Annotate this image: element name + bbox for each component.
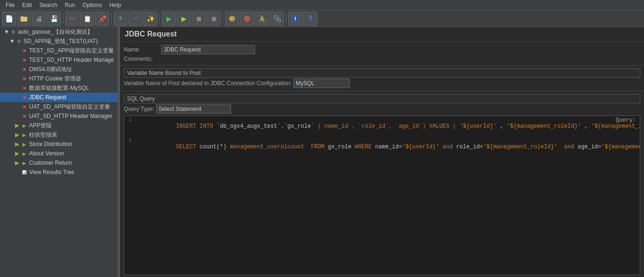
tree-icon-oms4: ✖ — [21, 66, 28, 73]
main-layout: ▼ ⚙ auto_gaoxue_【自动化测试】 ▼ ⚙ SD_APP端_登陆_T… — [0, 27, 644, 277]
expand-arrow-test-sd-http: ▶ — [15, 57, 21, 63]
expand-arrow-bar-chart: ▶ — [15, 131, 21, 138]
tree-item-uat-sd-app[interactable]: ▶ ✖ UAT_SD_APP端登陆自定义变量 — [0, 102, 118, 111]
tree-label-uat-sd-app: UAT_SD_APP端登陆自定义变量 — [29, 103, 110, 111]
line-num-2: 2 — [124, 138, 135, 143]
tree-icon-jdbc: ✖ — [21, 94, 28, 101]
toolbar-paste-btn[interactable]: 📌 — [95, 12, 109, 26]
comments-row: Comments: — [124, 56, 640, 62]
expand-arrow-oms4: ▶ — [15, 66, 21, 73]
tree-label-oms4: OMS4.0测试地址 — [29, 66, 72, 73]
tree-label-bar-chart: 柱状型报表 — [29, 131, 57, 139]
toolbar-sep2 — [111, 13, 112, 24]
tree-item-about-version[interactable]: ▶ ▶ About Version — [0, 149, 118, 158]
tree-item-http-cookie[interactable]: ▶ ✖ HTTP Cookie 管理器 — [0, 74, 118, 83]
query-type-input[interactable] — [156, 104, 231, 114]
menu-file[interactable]: File — [2, 1, 18, 9]
expand-arrow-customer-return: ▶ — [15, 160, 21, 166]
toolbar-add-btn[interactable]: + — [113, 12, 127, 26]
toolbar-magic-btn[interactable]: ✨ — [143, 12, 157, 26]
tree-icon-about-version: ▶ — [21, 150, 28, 157]
toolbar-clear2-btn[interactable] — [240, 12, 254, 26]
menu-options[interactable]: Options — [79, 1, 105, 9]
toolbar-template-btn[interactable]: 📎 — [270, 12, 284, 26]
code-editor[interactable]: Query: 1 INSERT INTO `db_ogx4_augx_test`… — [124, 116, 640, 275]
name-row: Name: — [124, 45, 640, 54]
tree-label-http-cookie: HTTP Cookie 管理器 — [29, 75, 81, 83]
toolbar-start-btn[interactable]: ▶ — [162, 12, 176, 26]
tree-icon-view-results: 📊 — [21, 168, 28, 176]
code-line-1: 1 INSERT INTO `db_ogx4_augx_test`.`gx_ro… — [124, 116, 640, 137]
menu-edit[interactable]: Edit — [18, 1, 36, 9]
toolbar-stop2-btn[interactable]: ⏹ — [207, 12, 221, 26]
tree-label-uat-sd-http: UAT_SD_HTTP Header Manager — [29, 113, 112, 119]
tree-item-db-config[interactable]: ▶ ✖ 数据库链接配置-MySQL — [0, 83, 118, 93]
tree-item-customer-return[interactable]: ▶ ▶ Customer Return — [0, 158, 118, 168]
toolbar-remote-btn[interactable]: 🚴 — [255, 12, 269, 26]
jdbc-title-bar: JDBC Request — [120, 27, 644, 42]
tree-item-root[interactable]: ▼ ⚙ auto_gaoxue_【自动化测试】 — [0, 27, 118, 36]
tree-item-test-sd-app[interactable]: ▶ ✖ TEST_SD_APP端登陆自定义变量 — [0, 46, 118, 55]
toolbar-sep1 — [63, 13, 63, 24]
svg-rect-1 — [21, 16, 23, 18]
sql-kw-and2: and — [557, 144, 577, 150]
tree-label-about-version: About Version — [29, 150, 64, 157]
tree-label-test-sd-http: TEST_SD_HTTP Header Manage — [29, 57, 114, 63]
tree-icon-uat-sd-http: ✖ — [21, 112, 28, 120]
toolbar-print-btn[interactable]: 🖨 — [32, 12, 46, 26]
toolbar: 📄 🖨 💾 ✂ 📋 📌 + − ✨ ▶ ▶ ⏹ ⏹ 🚴 🚴 📎 f ? — [0, 10, 644, 27]
tree-icon-test-sd-http: ✖ — [21, 56, 28, 64]
sql-var-mgmtid2: '${management_id_1}' — [601, 144, 640, 150]
var-pool-input[interactable] — [293, 79, 350, 88]
menu-run[interactable]: Run — [61, 1, 79, 9]
var-pool-section-header: Variable Name Bound to Pool — [124, 68, 640, 78]
tree-item-bar-chart[interactable]: ▶ ▶ 柱状型报表 — [0, 130, 118, 139]
tree-icon-root: ⚙ — [9, 28, 17, 36]
svg-text:🚴: 🚴 — [230, 16, 235, 22]
tree-icon-store-dist: ▶ — [21, 140, 28, 148]
toolbar-new-btn[interactable]: 📄 — [2, 12, 16, 26]
tree-item-test-sd-http[interactable]: ▶ ✖ TEST_SD_HTTP Header Manage — [0, 55, 118, 65]
name-label: Name: — [124, 46, 161, 53]
content-panel: JDBC Request Name: Comments: Variable Na… — [120, 27, 644, 277]
comments-label: Comments: — [124, 56, 152, 62]
sql-kw-where: WHERE — [355, 144, 375, 150]
toolbar-clear1-btn[interactable]: 🚴 — [225, 12, 239, 26]
tree-icon-http-cookie: ✖ — [21, 75, 28, 82]
svg-point-4 — [244, 16, 250, 22]
toolbar-open-btn[interactable] — [17, 12, 31, 26]
tree-item-jdbc-request[interactable]: ▶ ✖ JDBC Request — [0, 93, 118, 102]
form-area: Name: Comments: — [120, 42, 644, 66]
expand-arrow-uat-sd-http: ▶ — [15, 113, 21, 119]
toolbar-help-btn[interactable]: ? — [303, 12, 317, 26]
toolbar-start2-btn[interactable]: ▶ — [177, 12, 191, 26]
sql-var-roleid2: '${management_roleId}' — [483, 144, 557, 150]
tree-item-store-dist[interactable]: ▶ ▶ Store Distribution — [0, 139, 118, 149]
sql-role-id: role_id= — [456, 144, 483, 150]
tree-item-sd-app[interactable]: ▼ ⚙ SD_APP端_登陆_TEST(UAT) — [0, 36, 118, 46]
expand-arrow-about-version: ▶ — [15, 150, 21, 157]
expand-arrow-uat-sd-app: ▶ — [15, 103, 21, 110]
menu-search[interactable]: Search — [36, 1, 61, 9]
line-content-2: SELECT count(*) management_userolcount F… — [135, 137, 640, 157]
tree-item-view-results[interactable]: ▶ 📊 View Results Tree — [0, 168, 118, 177]
toolbar-copy-btn[interactable]: 📋 — [80, 12, 94, 26]
sql-count: count(*) — [200, 144, 227, 150]
toolbar-remove-btn[interactable]: − — [128, 12, 142, 26]
tree-icon-db-config: ✖ — [21, 84, 28, 92]
sql-name-id: name_id= — [375, 144, 402, 150]
tree-panel: ▼ ⚙ auto_gaoxue_【自动化测试】 ▼ ⚙ SD_APP端_登陆_T… — [0, 27, 118, 277]
toolbar-stop-btn[interactable]: ⏹ — [192, 12, 206, 26]
name-input[interactable] — [161, 45, 255, 54]
sql-comma2: , — [581, 123, 592, 130]
toolbar-cut-btn[interactable]: ✂ — [65, 12, 79, 26]
expand-arrow-root: ▼ — [4, 29, 9, 35]
tree-icon-bar-chart: ▶ — [21, 131, 28, 138]
tree-item-app-login[interactable]: ▶ ▶ APP登陆 — [0, 121, 118, 130]
menu-help[interactable]: Help — [105, 1, 125, 9]
tree-item-uat-sd-http[interactable]: ▶ ✖ UAT_SD_HTTP Header Manager — [0, 111, 118, 121]
toolbar-save-btn[interactable]: 💾 — [47, 12, 61, 26]
tree-item-oms4[interactable]: ▶ ✖ OMS4.0测试地址 — [0, 65, 118, 74]
sql-section-title: SQL Query — [127, 95, 155, 102]
toolbar-function-btn[interactable]: f — [288, 12, 302, 26]
